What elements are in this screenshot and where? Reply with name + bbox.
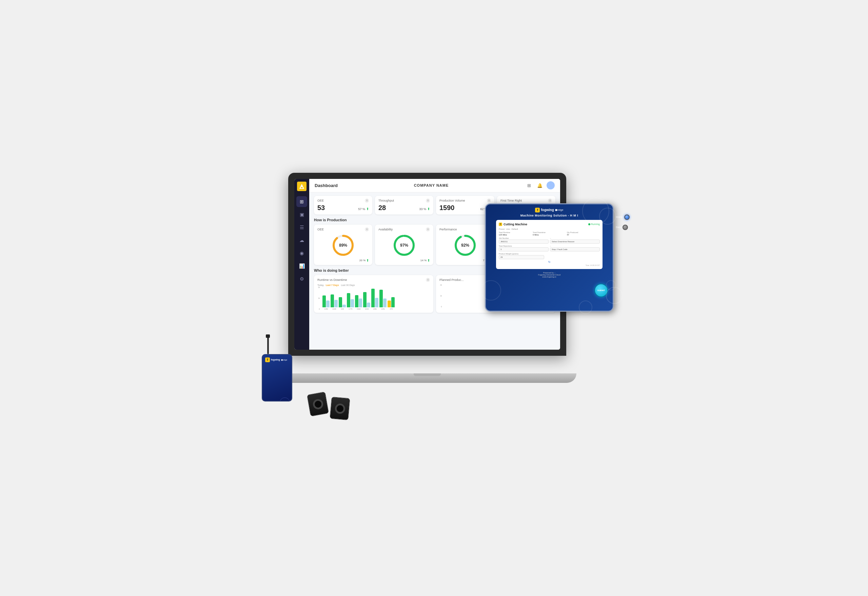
edge-text: ◼edge: [281, 358, 287, 361]
gauge-title-performance: Performance ℹ: [439, 227, 491, 232]
hmi-downtime-select[interactable]: Select Downtime Reason: [550, 239, 600, 243]
fogwing-brand-text: fogwing: [271, 358, 280, 361]
hmi-side-controls: Online Data: [616, 214, 630, 230]
sensor-hole-1: [312, 398, 324, 410]
sensor-1: [309, 393, 327, 415]
kpi-value-oee: 53: [317, 204, 325, 212]
hmi-edge-text: ◼edge: [555, 208, 563, 211]
header-actions: ⊞ 🔔: [525, 181, 555, 189]
tab-30days[interactable]: Last 30 Days: [341, 284, 355, 286]
chart-title-runtime: Runtime vs Downtime ℹ: [317, 278, 430, 282]
hmi-rejections-input[interactable]: 3: [499, 247, 549, 251]
page-title: Dashboard: [315, 183, 338, 188]
gauge-pct-oee: 20 % ⬆: [359, 258, 369, 262]
kpi-pct-oee: 57 % ⬆: [358, 207, 369, 211]
hmi-job-number: Job Number JM1011: [499, 237, 549, 243]
gauge-performance: 92%: [453, 233, 477, 257]
bar-green: [322, 295, 326, 307]
gauge-card-availability: Availability ℹ 97%: [375, 225, 433, 265]
gauge-info-availability[interactable]: ℹ: [426, 227, 430, 232]
deco-circle-2: [599, 208, 616, 225]
kpi-info-oee[interactable]: ℹ: [365, 199, 369, 203]
chart-runtime-downtime: Runtime vs Downtime ℹ Today Last 7 Days …: [314, 275, 433, 313]
deco-circle-6: [606, 280, 616, 291]
kpi-card-throughput: Throughput ℹ 28 33 % ⬆: [375, 196, 433, 214]
tab-7days[interactable]: Last 7 Days: [326, 284, 339, 286]
hmi-device: f fogwing ◼edge Machine Monitoring Solut…: [485, 203, 614, 312]
sensor-body-2: [330, 397, 350, 420]
sidebar-item-chart[interactable]: 📊: [296, 261, 307, 271]
gauge-title-oee: OEE ℹ: [317, 227, 369, 232]
deco-circle-4: [579, 301, 592, 314]
scene: ⊞ ▣ ☰ ☁ ◉ 📊 ⚙ Dashboard COMPANY NAME: [247, 163, 621, 434]
kpi-info-production-volume[interactable]: ℹ: [487, 199, 491, 203]
gauge-value-availability: 97%: [400, 243, 408, 248]
gauge-value-oee: 89%: [339, 243, 347, 248]
hmi-downtime-field: Total Downtime 0 Mins: [533, 232, 566, 236]
sidebar-item-list[interactable]: ☰: [296, 222, 307, 233]
gauge-pct-availability: 14 % ⬆: [420, 258, 430, 262]
chart-info-icon[interactable]: ℹ: [426, 278, 430, 282]
kpi-info-first-time-right[interactable]: ℹ: [548, 199, 552, 203]
bar-blue: [326, 301, 330, 307]
sidebar-item-user[interactable]: ◉: [296, 248, 307, 258]
iot-device-container: f fogwing ◼edge: [262, 337, 292, 401]
kpi-value-production-volume: 1590: [439, 204, 455, 212]
kpi-value-throughput: 28: [379, 204, 386, 212]
antenna-tip: [266, 335, 270, 338]
deco-circle-3: [481, 280, 501, 301]
kpi-pct-throughput: 33 % ⬆: [419, 207, 430, 211]
hmi-screen-header: f Cutting Machine Running: [499, 223, 600, 226]
hmi-online-indicator: Online: [616, 214, 630, 220]
hmi-fault-code-field: ~ Stop / Fault Code: [550, 245, 600, 251]
hmi-data-indicator: Data: [616, 225, 630, 230]
bar-label: 1350: [324, 308, 328, 310]
hmi-online-led: [624, 214, 630, 220]
hmi-weight-input[interactable]: 29: [499, 255, 544, 259]
kpi-title-first-time-right: First Time Right ℹ: [500, 199, 552, 203]
gauge-info-oee[interactable]: ℹ: [365, 227, 369, 232]
hmi-downtime-reason: ~ Select Downtime Reason: [550, 237, 600, 243]
gauge-card-oee: OEE ℹ 89%: [314, 225, 372, 265]
sensor-body-1: [307, 391, 329, 416]
hmi-fogwing-text: fogwing: [541, 208, 554, 212]
kpi-card-oee: OEE ℹ 53 57 % ⬆: [314, 196, 372, 214]
bell-icon[interactable]: 🔔: [536, 181, 544, 189]
gauge-title-availability: Availability ℹ: [379, 227, 430, 232]
iot-device-body: f fogwing ◼edge: [262, 354, 292, 401]
sidebar-item-dashboard[interactable]: ⊞: [296, 196, 307, 207]
grid-icon[interactable]: ⊞: [525, 181, 533, 189]
sensor-hole-2: [334, 403, 346, 414]
laptop-base: [278, 373, 577, 383]
kpi-title-throughput: Throughput ℹ: [379, 199, 430, 203]
hmi-weight-field: Product Weight (grams) 29: [499, 253, 600, 259]
tab-today[interactable]: Today: [317, 284, 324, 286]
hmi-rejections-field: Total Rejections 3: [499, 245, 549, 251]
iot-antenna: [267, 337, 269, 354]
sensor-2: [331, 397, 349, 419]
sidebar-item-settings[interactable]: ⚙: [296, 273, 307, 284]
hmi-screen: f Cutting Machine Running Preset Line : …: [496, 220, 602, 269]
sidebar-item-cloud[interactable]: ☁: [296, 235, 307, 246]
fogwing-logo: f fogwing ◼edge: [265, 357, 289, 362]
fogwing-f-icon: f: [265, 357, 270, 362]
hmi-time: Time: 14:30:24 IST: [499, 264, 600, 266]
hmi-logo-small: f: [499, 223, 502, 226]
sidebar: ⊞ ▣ ☰ ☁ ◉ 📊 ⚙: [294, 179, 309, 350]
kpi-info-throughput[interactable]: ℹ: [426, 199, 430, 203]
hmi-metrics-row: Total Runtime 125 Mins Total Downtime 0 …: [499, 232, 600, 236]
hmi-fogwing-logo: f fogwing ◼edge: [535, 208, 563, 212]
company-name: COMPANY NAME: [338, 183, 525, 187]
hmi-footer: Powered by – Fogwing Industrial Cloud ww…: [489, 272, 609, 278]
hmi-qty-field: Qty Produced 47: [567, 232, 600, 236]
hmi-data-led: [623, 225, 628, 230]
gauge-oee: 89%: [331, 233, 355, 257]
svg-rect-1: [301, 187, 302, 188]
sidebar-item-monitor[interactable]: ▣: [296, 209, 307, 220]
hmi-fault-select[interactable]: Stop / Fault Code: [550, 247, 600, 251]
gauge-availability: 97%: [392, 233, 416, 257]
hmi-fields-grid: Job Number JM1011 ~ Select Downtime Reas…: [499, 237, 600, 243]
user-avatar[interactable]: [547, 181, 555, 189]
hmi-job-select[interactable]: JM1011: [499, 239, 549, 243]
hmi-refresh-icon[interactable]: ↻: [499, 261, 600, 264]
